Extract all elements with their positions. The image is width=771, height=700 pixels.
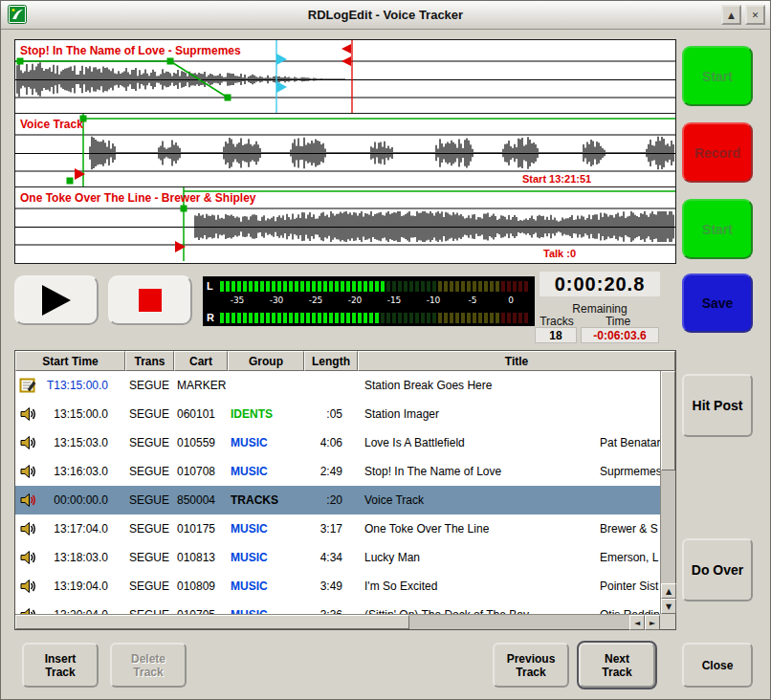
elapsed-time-display: 0:00:20.8 <box>540 272 660 296</box>
start-button-top[interactable]: Start <box>682 46 753 106</box>
table-row[interactable]: 13:18:03.0SEGUE010813MUSIC4:34Lucky ManE… <box>15 543 660 572</box>
log-table: Start TimeTransCartGroupLengthTitle T13:… <box>14 350 676 630</box>
table-row[interactable]: 13:19:04.0SEGUE010809MUSIC3:49I'm So Exc… <box>15 572 660 601</box>
meter-right-label: R <box>207 312 220 323</box>
cell-cart: 060101 <box>174 407 228 421</box>
meter-tick-label: -5 <box>469 295 477 305</box>
speaker-icon <box>15 549 40 566</box>
cell-start-time: 13:19:04.0 <box>40 580 125 593</box>
play-icon <box>42 285 71 316</box>
table-row[interactable]: 13:17:04.0SEGUE010175MUSIC3:17One Toke O… <box>15 514 660 543</box>
title-text: Station Break Goes Here <box>358 379 492 392</box>
cell-length: 4:34 <box>304 551 358 564</box>
log-rows: T13:15:00.0SEGUEMARKERStation Break Goes… <box>15 371 660 614</box>
column-header-group: Group <box>228 351 304 371</box>
waveform-track-3[interactable]: One Toke Over The Line - Brewer & Shiple… <box>15 187 675 261</box>
table-row[interactable]: 13:15:00.0SEGUE060101IDENTS:05Station Im… <box>15 400 660 428</box>
app-window: RDLogEdit - Voice Tracker ▲ ✕ Stop! In T… <box>0 0 771 700</box>
cell-group: MUSIC <box>228 436 304 449</box>
cell-length: :05 <box>304 407 358 421</box>
time-remaining-value: -0:06:03.6 <box>581 327 659 343</box>
save-button[interactable]: Save <box>682 273 753 333</box>
play-button[interactable] <box>14 275 99 325</box>
artist-text: Brewer & S <box>600 522 658 536</box>
scroll-left-icon[interactable]: ◄ <box>629 615 645 630</box>
close-icon[interactable]: ✕ <box>745 5 765 25</box>
speaker-red-icon <box>15 492 40 509</box>
meter-scale: -35-30-25-20-15-10-50 <box>203 295 535 307</box>
cell-title: Station Break Goes Here <box>358 371 660 400</box>
cell-length: 3:17 <box>304 522 358 536</box>
hit-post-button[interactable]: Hit Post <box>682 374 753 437</box>
scroll-down-icon[interactable]: ▼ <box>661 599 676 614</box>
delete-track-button[interactable]: Delete Track <box>110 643 187 688</box>
cell-trans: SEGUE <box>125 493 174 507</box>
waveform-track-2[interactable]: Voice Track Start 13:21:51 <box>15 114 675 187</box>
cell-start-time: 13:15:03.0 <box>40 436 125 449</box>
insert-track-button[interactable]: Insert Track <box>22 643 99 688</box>
column-header-cart: Cart <box>174 351 228 371</box>
close-button[interactable]: Close <box>682 643 753 688</box>
speaker-icon <box>15 405 40 423</box>
cell-group: MUSIC <box>228 465 304 478</box>
cell-cart: 850004 <box>174 493 228 507</box>
table-row[interactable]: 13:15:03.0SEGUE010559MUSIC4:06Love Is A … <box>15 428 660 457</box>
artist-text: Pointer Sist <box>600 580 658 593</box>
cell-title: One Toke Over The LineBrewer & S <box>358 514 660 543</box>
scroll-right-icon[interactable]: ► <box>645 615 660 630</box>
vertical-scrollbar-thumb[interactable] <box>661 371 675 470</box>
start-button-bottom[interactable]: Start <box>682 199 753 259</box>
meter-left-label: L <box>207 280 220 292</box>
meter-tick-label: -10 <box>427 295 441 305</box>
cell-cart: MARKER <box>174 379 228 392</box>
track-1-title: Stop! In The Name of Love - Suprmemes <box>20 44 241 57</box>
time-remaining-label: Time <box>583 315 653 328</box>
next-track-button[interactable]: Next Track <box>579 643 655 688</box>
table-row[interactable]: 00:00:00.0SEGUE850004TRACKS:20Voice Trac… <box>15 486 660 514</box>
cell-trans: SEGUE <box>125 465 174 478</box>
cell-group: IDENTS <box>228 407 304 421</box>
title-text: Stop! In The Name of Love <box>358 465 501 478</box>
cell-cart: 010708 <box>174 465 228 478</box>
cell-trans: SEGUE <box>125 436 174 449</box>
cell-start-time: T13:15:00.0 <box>40 379 125 392</box>
cell-title: Love Is A BattlefieldPat Benatar <box>358 428 660 457</box>
column-header-title: Title <box>358 351 675 371</box>
cell-title: I'm So ExcitedPointer Sist <box>358 572 660 601</box>
speaker-icon <box>15 606 40 614</box>
cell-title: (Sittin' On) The Dock of The BayOtis Red… <box>358 601 660 614</box>
vertical-scrollbar[interactable]: ▲ ▼ <box>660 371 675 614</box>
cell-group: MUSIC <box>228 522 304 536</box>
column-header-trans: Trans <box>125 351 174 371</box>
scroll-up-icon[interactable]: ▲ <box>661 583 676 599</box>
cell-cart: 010175 <box>174 522 228 536</box>
maximize-icon[interactable]: ▲ <box>721 5 741 25</box>
previous-track-button[interactable]: Previous Track <box>493 643 569 688</box>
cell-start-time: 13:16:03.0 <box>40 465 125 478</box>
waveform-track-1[interactable]: Stop! In The Name of Love - Suprmemes <box>15 40 675 114</box>
cell-cart: 010559 <box>174 436 228 449</box>
cell-length: 3:49 <box>304 580 358 593</box>
cell-start-time: 13:17:04.0 <box>40 522 125 536</box>
cell-trans: SEGUE <box>125 379 174 392</box>
remaining-label: Remaining <box>540 302 660 316</box>
horizontal-scrollbar-thumb[interactable] <box>15 615 409 629</box>
log-header: Start TimeTransCartGroupLengthTitle <box>15 351 675 371</box>
table-row[interactable]: 13:20:04.0SEGUE010705MUSIC3:36(Sittin' O… <box>15 601 660 614</box>
titlebar[interactable]: RDLogEdit - Voice Tracker ▲ ✕ <box>1 1 770 30</box>
cell-title: Lucky ManEmerson, L <box>358 543 660 572</box>
horizontal-scrollbar[interactable]: ◄ ► <box>15 614 660 629</box>
table-row[interactable]: T13:15:00.0SEGUEMARKERStation Break Goes… <box>15 371 660 400</box>
cell-cart: 010813 <box>174 551 228 564</box>
stop-icon <box>139 289 162 312</box>
cell-title: Station Imager <box>358 400 660 428</box>
cell-title: Stop! In The Name of LoveSuprmemes <box>358 457 660 486</box>
cell-trans: SEGUE <box>125 580 174 593</box>
do-over-button[interactable]: Do Over <box>682 538 753 602</box>
table-row[interactable]: 13:16:03.0SEGUE010708MUSIC2:49Stop! In T… <box>15 457 660 486</box>
meter-tick-label: -20 <box>348 295 363 305</box>
meter-tick-label: 0 <box>508 295 514 305</box>
record-button[interactable]: Record <box>682 122 753 183</box>
meter-right-segments <box>220 313 528 323</box>
stop-button[interactable] <box>108 275 192 325</box>
